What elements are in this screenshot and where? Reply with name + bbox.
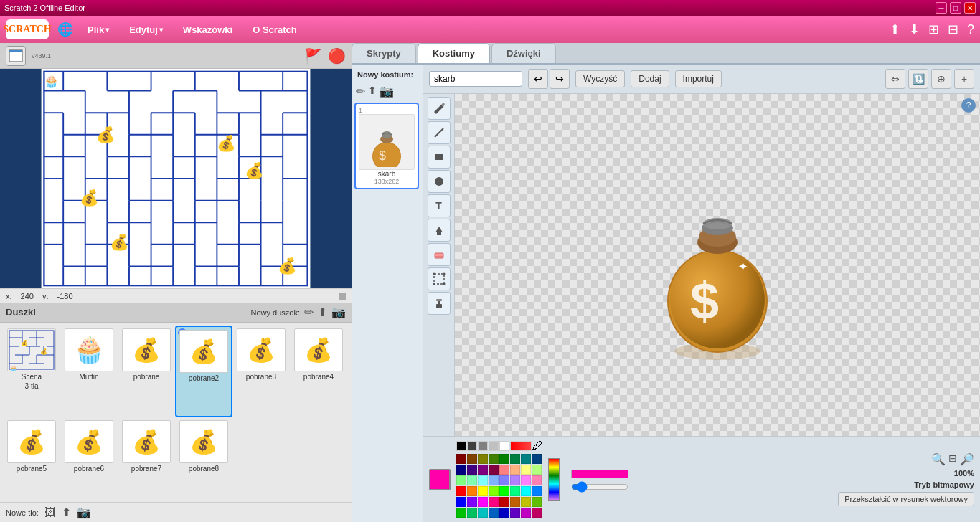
color-cell[interactable] [499, 508, 509, 518]
resize-icon[interactable]: ⊟ [948, 22, 958, 37]
new-bg-upload-button[interactable]: ⬆ [62, 506, 71, 519]
text-tool-button[interactable]: T [428, 194, 451, 217]
color-cell[interactable] [467, 465, 477, 475]
color-cell[interactable] [510, 454, 520, 464]
stamp-tool-button[interactable] [428, 292, 451, 315]
color-cell[interactable] [489, 475, 499, 485]
color-cell[interactable] [489, 454, 499, 464]
menu-edytuj[interactable]: Edytuj ▾ [123, 22, 169, 38]
import-button[interactable]: Importuj [675, 70, 722, 87]
new-bg-camera-button[interactable]: 📷 [77, 506, 91, 519]
menu-plik[interactable]: Plik ▾ [82, 22, 115, 38]
new-costume-paint-button[interactable]: ✏ [356, 85, 365, 98]
new-sprite-camera-button[interactable]: 📷 [331, 305, 346, 319]
color-cell[interactable] [478, 497, 488, 507]
zoom-out-button[interactable]: 🔍 [931, 452, 946, 466]
stage-view-button[interactable] [6, 46, 26, 66]
new-costume-upload-button[interactable]: ⬆ [368, 85, 377, 98]
stroke-width-slider[interactable] [571, 481, 628, 493]
color-cell[interactable] [521, 475, 531, 485]
new-sprite-upload-button[interactable]: ⬆ [318, 305, 327, 319]
fullscreen-icon[interactable]: ⊞ [928, 22, 939, 37]
pencil-tool-button[interactable] [428, 97, 451, 120]
color-cell[interactable] [478, 475, 488, 485]
color-cell[interactable] [467, 508, 477, 518]
scene-item[interactable]: 🧁 💰 💰 Scena 3 tła [3, 326, 60, 417]
color-cell[interactable] [521, 486, 531, 496]
zoom-reset-button[interactable]: ⊟ [948, 452, 957, 466]
resize-handle[interactable] [339, 293, 346, 300]
color-cell[interactable] [532, 475, 542, 485]
color-cell[interactable] [510, 486, 520, 496]
color-cell[interactable] [499, 486, 509, 496]
color-cell[interactable] [521, 454, 531, 464]
eraser-tool-button[interactable] [428, 243, 451, 266]
zoom-in-button[interactable]: + [954, 69, 974, 89]
new-costume-camera-button[interactable]: 📷 [380, 85, 394, 98]
rect-tool-button[interactable] [428, 146, 451, 169]
color-cell[interactable] [467, 486, 477, 496]
sprite-item-pobrane4[interactable]: 💰 pobrane4 [290, 326, 347, 417]
color-cell[interactable] [499, 497, 509, 507]
clear-button[interactable]: Wyczyść [575, 70, 625, 87]
color-cell[interactable] [478, 465, 488, 475]
eyedropper-button[interactable]: 🖊 [532, 441, 542, 451]
sprite-item-pobrane6[interactable]: 💰 pobrane6 [60, 417, 118, 500]
color-cell[interactable] [489, 497, 499, 507]
color-cell[interactable] [532, 486, 542, 496]
color-dark-gray[interactable] [467, 441, 477, 451]
color-cell[interactable] [499, 475, 509, 485]
color-cell[interactable] [499, 454, 509, 464]
sprite-item-pobrane[interactable]: 💰 pobrane [118, 326, 175, 417]
sprite-item-pobrane3[interactable]: 💰 pobrane3 [232, 326, 290, 417]
color-cell[interactable] [489, 508, 499, 518]
line-tool-button[interactable] [428, 121, 451, 144]
flip-v-button[interactable]: 🔃 [908, 69, 928, 89]
color-cell[interactable] [467, 454, 477, 464]
convert-to-vector-button[interactable]: Przekształcić w rysunek wektorowy [838, 492, 974, 506]
rainbow-gradient[interactable] [548, 458, 560, 501]
color-cell[interactable] [510, 465, 520, 475]
color-cell[interactable] [456, 475, 466, 485]
info-button[interactable]: ? [961, 98, 976, 113]
current-color-swatch[interactable] [429, 469, 451, 490]
color-cell[interactable] [510, 508, 520, 518]
color-cell[interactable] [521, 497, 531, 507]
color-cell[interactable] [478, 486, 488, 496]
redo-button[interactable]: ↪ [550, 69, 570, 89]
menu-o-scratch[interactable]: O Scratch [247, 22, 302, 38]
globe-icon[interactable]: 🌐 [57, 22, 73, 37]
color-cell[interactable] [478, 454, 488, 464]
color-cell[interactable] [456, 486, 466, 496]
new-sprite-paint-button[interactable]: ✏ [304, 305, 314, 319]
stop-button[interactable]: 🔴 [328, 47, 346, 65]
sprite-item-muffin[interactable]: 🧁 Muffin [60, 326, 118, 417]
color-cell[interactable] [456, 497, 466, 507]
sprite-item-pobrane2[interactable]: i 💰 pobrane2 [175, 326, 232, 417]
close-button[interactable]: ✕ [964, 2, 976, 14]
green-flag-button[interactable]: 🚩 [304, 47, 322, 65]
color-white[interactable] [499, 441, 509, 451]
color-cell[interactable] [467, 497, 477, 507]
sprite-item-pobrane7[interactable]: 💰 pobrane7 [118, 417, 175, 500]
costume-name-input[interactable] [429, 71, 522, 87]
center-button[interactable]: ⊕ [931, 69, 951, 89]
color-light-gray[interactable] [489, 441, 499, 451]
color-cell[interactable] [456, 454, 466, 464]
color-cell[interactable] [489, 465, 499, 475]
undo-button[interactable]: ↩ [528, 69, 548, 89]
canvas-area[interactable]: $ ✦ ? [455, 94, 980, 436]
download-icon[interactable]: ⬇ [909, 22, 920, 37]
color-cell[interactable] [510, 475, 520, 485]
flip-h-button[interactable]: ⇔ [885, 69, 905, 89]
color-red-gradient[interactable] [510, 441, 532, 451]
sprite-item-pobrane8[interactable]: 💰 pobrane8 [175, 417, 232, 500]
fill-tool-button[interactable] [428, 219, 451, 242]
color-cell[interactable] [532, 508, 542, 518]
upload-icon[interactable]: ⬆ [890, 22, 900, 37]
select-tool-button[interactable] [428, 267, 451, 290]
color-cell[interactable] [489, 486, 499, 496]
color-black[interactable] [456, 441, 466, 451]
color-cell[interactable] [499, 465, 509, 475]
maximize-button[interactable]: □ [950, 2, 961, 14]
